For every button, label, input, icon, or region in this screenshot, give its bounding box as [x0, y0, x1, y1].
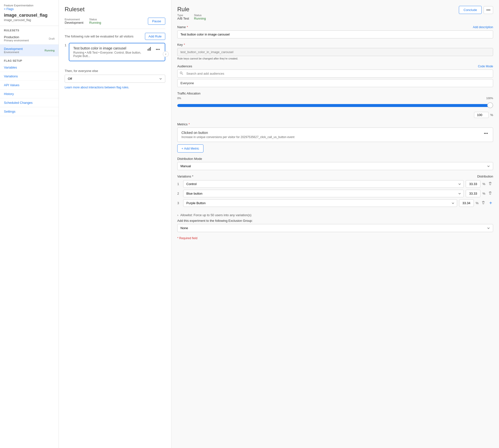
- traffic-min: 0%: [177, 97, 181, 100]
- svg-line-4: [182, 73, 183, 75]
- env-status-row: Environment Development Status Running P…: [65, 18, 165, 25]
- variation-select-3[interactable]: Purple Button: [183, 199, 457, 207]
- variations-label: Variations *: [177, 175, 193, 178]
- add-metric-button[interactable]: + Add Metric: [177, 144, 204, 153]
- distribution-col-label: Distribution: [477, 175, 493, 178]
- sidebar-item-development[interactable]: Development Environment Running: [0, 45, 59, 56]
- pause-button[interactable]: Pause: [148, 18, 165, 25]
- flags-link[interactable]: < Flags: [4, 7, 55, 11]
- env-value: Development: [65, 21, 83, 24]
- sidebar-item-history[interactable]: History: [0, 90, 59, 98]
- rule-more-icon[interactable]: •••: [155, 47, 161, 52]
- traffic-range-row: 0% 100%: [177, 97, 493, 100]
- name-field-group: Name * Add description: [177, 25, 493, 38]
- distribution-mode-select[interactable]: Manual: [177, 162, 493, 170]
- ruleset-title: Ruleset: [65, 6, 165, 13]
- rule-type-status: Type A/B Test Status Running: [177, 14, 206, 20]
- sidebar-item-settings[interactable]: Settings: [0, 107, 59, 116]
- sidebar-item-variables[interactable]: Variables: [0, 63, 59, 72]
- allowlist-chevron-icon: ›: [177, 213, 178, 217]
- ruleset-panel: Ruleset Environment Development Status R…: [59, 0, 171, 448]
- status-group: Status Running: [89, 18, 101, 24]
- variation-pct-label-1: %: [482, 182, 485, 186]
- sidebar-item-api-values[interactable]: API Values: [0, 81, 59, 90]
- sidebar: Feature Experimentation < Flags image_ca…: [0, 0, 59, 448]
- traffic-pct-label: %: [490, 113, 493, 117]
- name-input[interactable]: [177, 30, 493, 38]
- variation-num-2: 2: [177, 192, 181, 195]
- add-description-link[interactable]: Add description: [473, 25, 493, 29]
- env-group: Environment Development: [65, 18, 83, 24]
- add-rule-button[interactable]: Add Rule: [145, 33, 165, 40]
- status-value: Running: [89, 21, 101, 24]
- traffic-input-row: %: [177, 112, 493, 118]
- rule-status-value: Running: [194, 17, 206, 20]
- variation-delete-2[interactable]: [487, 190, 493, 197]
- traffic-value-input[interactable]: [474, 112, 489, 118]
- svg-rect-0: [148, 49, 148, 51]
- sidebar-item-variations[interactable]: Variations: [0, 72, 59, 81]
- rule-panel-header: Rule Type A/B Test Status Running Conclu…: [177, 6, 493, 20]
- more-options-button[interactable]: •••: [483, 6, 493, 14]
- traffic-bar-fill: [177, 104, 493, 107]
- rulesets-section-label: Rulesets: [0, 26, 59, 33]
- variation-num-3: 3: [177, 201, 181, 205]
- metric-card: Clicked on button Increase in unique con…: [177, 128, 493, 142]
- env-label: Environment: [65, 18, 83, 21]
- traffic-slider[interactable]: [177, 101, 493, 111]
- name-field-label: Name * Add description: [177, 25, 493, 29]
- allowlist-row[interactable]: › Allowlist: Force up to 50 users into a…: [177, 211, 493, 219]
- sidebar-production-label: Production: [4, 35, 29, 39]
- audiences-field-label: Audiences Code Mode: [177, 64, 493, 68]
- code-mode-link[interactable]: Code Mode: [478, 65, 493, 68]
- rule-type-group: Type A/B Test: [177, 14, 189, 20]
- sidebar-item-scheduled-changes[interactable]: Scheduled Changes: [0, 98, 59, 107]
- key-field-label: Key *: [177, 43, 493, 47]
- variation-num-1: 1: [177, 182, 181, 186]
- distribution-mode-field-group: Distribution Mode Manual: [177, 157, 493, 170]
- svg-rect-2: [150, 47, 151, 51]
- svg-rect-1: [149, 48, 150, 51]
- rule-row: 1 Test button color in image carousel Ru…: [65, 43, 165, 65]
- traffic-allocation-section: Traffic Allocation 0% 100% %: [177, 92, 493, 118]
- chevron-left-icon[interactable]: ‹: [163, 51, 169, 57]
- variation-delete-3[interactable]: [480, 200, 486, 207]
- variations-header: Variations * Distribution: [177, 175, 493, 178]
- key-input: [177, 48, 493, 56]
- traffic-max: 100%: [486, 97, 493, 100]
- rule-panel-title: Rule: [177, 6, 206, 13]
- flag-name-display: image_carousel_flag: [4, 13, 55, 18]
- rule-chart-icon[interactable]: [146, 46, 153, 53]
- variation-pct-1[interactable]: [466, 180, 480, 188]
- metric-desc: Increase in unique conversions per visit…: [181, 135, 295, 139]
- name-required: *: [187, 25, 188, 29]
- audiences-field-group: Audiences Code Mode Everyone: [177, 64, 493, 87]
- sidebar-production-sub: Primary environment: [4, 39, 29, 42]
- sidebar-development-sub: Environment: [4, 51, 23, 54]
- allowlist-label: Allowlist: Force up to 50 users into any…: [180, 213, 251, 217]
- rule-description: The following rule will be evaluated for…: [65, 33, 165, 40]
- variation-pct-3[interactable]: [459, 199, 474, 207]
- metric-info: Clicked on button Increase in unique con…: [181, 131, 295, 139]
- metric-more-button[interactable]: •••: [483, 131, 489, 136]
- variation-delete-1[interactable]: [487, 181, 493, 188]
- metric-name: Clicked on button: [181, 131, 295, 135]
- exclusion-select[interactable]: None: [177, 224, 493, 232]
- traffic-slider-thumb[interactable]: [487, 102, 493, 108]
- sidebar-item-production[interactable]: Production Primary environment Draft: [0, 33, 59, 45]
- variation-pct-2[interactable]: [466, 190, 480, 197]
- variation-select-2[interactable]: Blue button: [183, 190, 464, 197]
- rule-card[interactable]: Test button color in image carousel Runn…: [69, 43, 165, 61]
- exclusion-group-section: Add this experiment to the following Exc…: [177, 219, 493, 232]
- learn-more-link[interactable]: Learn more about interactions between fl…: [65, 86, 129, 89]
- audiences-search-input[interactable]: [177, 69, 493, 78]
- add-variation-button[interactable]: +: [488, 199, 493, 207]
- rule-card-actions: •••: [146, 46, 161, 53]
- conclude-button[interactable]: Conclude: [459, 6, 482, 14]
- then-label: Then, for everyone else: [65, 69, 165, 73]
- variation-select-1[interactable]: Control: [183, 180, 464, 188]
- required-field-note: * Required field: [177, 237, 493, 240]
- audiences-search-wrap: [177, 69, 493, 78]
- key-required: *: [184, 43, 185, 47]
- off-select[interactable]: Off: [65, 75, 165, 83]
